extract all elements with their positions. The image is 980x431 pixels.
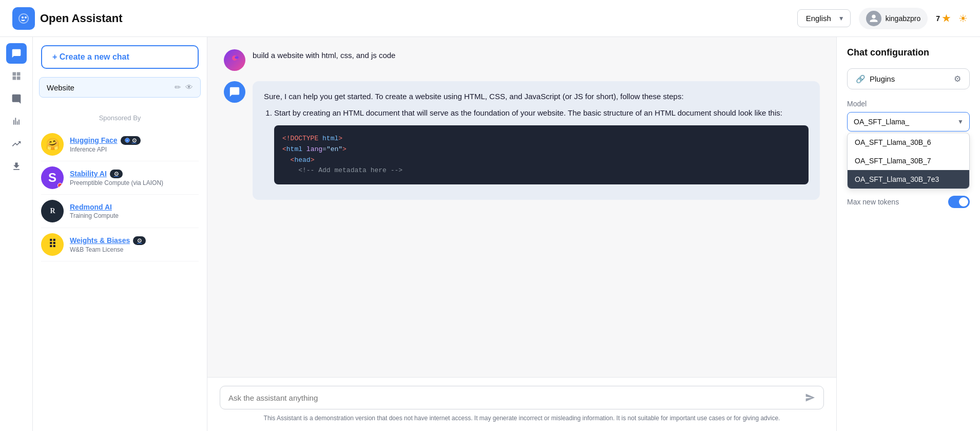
chat-input-area: This Assistant is a demonstration versio… [207,377,836,431]
gear-icon: ⚙ [954,74,961,84]
sponsor-info-wandb: Weights & Biases ⊙ W&B Team License [70,236,199,253]
sidebar-icon-chart[interactable] [6,111,27,132]
model-option-1[interactable]: OA_SFT_Llama_30B_7 [848,152,969,170]
assistant-step-1: Start by creating an HTML document that … [274,107,809,184]
code-line-3: <head> [282,155,800,166]
chat-item-name: Website [47,83,74,92]
model-option-0[interactable]: OA_SFT_Llama_30B_6 [848,133,969,152]
sidebar-content: + Create a new chat Website ✏ 👁 Sponsore… [33,37,207,431]
sidebar-icons [0,37,33,431]
sponsor-stability: S Stability AI ⊙ Preemptible Compute (vi… [41,161,199,195]
language-select[interactable]: English [797,9,851,27]
oss-badge-hf: ⊙ ⊙ [121,136,141,145]
max-tokens-row: Max new tokens [847,196,970,208]
main-layout: + Create a new chat Website ✏ 👁 Sponsore… [0,37,980,431]
max-tokens-label: Max new tokens [847,198,899,206]
chat-item-actions: ✏ 👁 [175,83,193,92]
chat-list-item[interactable]: Website ✏ 👁 [39,77,201,98]
oss-badge-stability: ⊙ [110,170,123,178]
sponsor-redmond: R Redmond AI Training Compute [41,195,199,228]
assistant-message-content: Sure, I can help you get started. To cre… [253,81,820,200]
sponsor-desc-hf: Inference API [70,146,199,153]
paperclip-icon: 🔗 [856,74,866,84]
code-line-2: <html lang="en"> [282,144,800,155]
sidebar-icon-message[interactable] [6,88,27,109]
model-select[interactable]: OA_SFT_Llama_ [847,112,970,132]
code-line-4: <!-- Add metadata here --> [282,165,800,176]
theme-toggle-icon[interactable]: ☀ [958,12,968,25]
assistant-steps: Start by creating an HTML document that … [264,107,809,184]
svg-point-3 [235,57,238,59]
header-right: English ▼ kingabzpro 7 ★ ☀ [797,8,968,29]
sponsor-info-hf: Hugging Face ⊙ ⊙ Inference API [70,136,199,153]
oss-badge-wandb: ⊙ [133,236,146,245]
assistant-message: Sure, I can help you get started. To cre… [224,81,820,200]
config-title: Chat configuration [847,47,970,58]
app-title: Open Assistant [40,12,123,25]
max-tokens-toggle[interactable] [948,196,970,208]
sponsor-name-wandb[interactable]: Weights & Biases ⊙ [70,236,199,245]
sponsor-huggingface: 🤗 Hugging Face ⊙ ⊙ Inference API [41,128,199,161]
sidebar-icon-grid[interactable] [6,66,27,86]
user-message-content: build a website with html, css, and js c… [253,49,820,62]
language-selector[interactable]: English ▼ [797,9,851,27]
chat-input-wrapper [220,386,824,409]
sponsor-avatar-stability: S [41,166,64,189]
sponsor-name-hf[interactable]: Hugging Face ⊙ ⊙ [70,136,199,145]
user-message-avatar [224,49,245,71]
logo-icon [12,7,35,30]
sponsor-avatar-redmond: R [41,200,64,222]
code-block: <!DOCTYPE html> <html lang="en"> <head> … [274,125,809,184]
sponsor-info-redmond: Redmond AI Training Compute [70,203,199,219]
sponsor-avatar-wandb: ⠿ [41,233,64,256]
header: Open Assistant English ▼ kingabzpro 7 ★ … [0,0,980,37]
sponsor-desc-stability: Preemptible Compute (via LAION) [70,179,199,186]
plugins-label: Plugins [870,74,895,83]
assistant-intro: Sure, I can help you get started. To cre… [264,90,809,103]
chat-input[interactable] [228,393,799,402]
star-number: 7 [936,14,940,23]
send-button[interactable] [805,392,815,403]
model-section: Model OA_SFT_Llama_ ▼ OA_SFT_Llama_30B_6… [847,100,970,132]
sponsor-wandb: ⠿ Weights & Biases ⊙ W&B Team License [41,228,199,261]
sidebar-icon-trend[interactable] [6,134,27,154]
sponsor-desc-redmond: Training Compute [70,212,199,219]
user-pill: kingabzpro [859,8,928,29]
star-count: 7 ★ [936,13,950,24]
config-panel: Chat configuration 🔗 Plugins ⚙ Model OA_… [836,37,980,431]
assistant-bubble: Sure, I can help you get started. To cre… [253,81,820,200]
model-dropdown: OA_SFT_Llama_30B_6 OA_SFT_Llama_30B_7 OA… [847,133,970,189]
model-select-wrapper: OA_SFT_Llama_ ▼ OA_SFT_Llama_30B_6 OA_SF… [847,112,970,132]
chat-messages: build a website with html, css, and js c… [207,37,836,377]
sidebar-icon-export[interactable] [6,156,27,177]
chat-area: build a website with html, css, and js c… [207,37,836,431]
sponsored-title: Sponsored By [41,114,199,122]
model-option-2[interactable]: OA_SFT_Llama_30B_7e3 [848,170,969,189]
create-chat-button[interactable]: + Create a new chat [41,45,199,69]
user-message-text: build a website with html, css, and js c… [253,49,820,62]
star-icon: ★ [942,13,950,24]
username: kingabzpro [886,14,921,23]
code-line-1: <!DOCTYPE html> [282,134,800,144]
hide-icon[interactable]: 👁 [185,83,193,92]
avatar [866,11,881,26]
sponsor-desc-wandb: W&B Team License [70,246,199,253]
sidebar-icon-chat[interactable] [6,43,27,64]
edit-icon[interactable]: ✏ [175,83,181,92]
sponsor-info-stability: Stability AI ⊙ Preemptible Compute (via … [70,170,199,186]
plugins-button[interactable]: 🔗 Plugins ⚙ [847,68,970,89]
sponsor-name-redmond[interactable]: Redmond AI [70,203,199,211]
user-message: build a website with html, css, and js c… [224,49,820,71]
sponsor-name-stability[interactable]: Stability AI ⊙ [70,170,199,178]
header-logo: Open Assistant [12,7,789,30]
model-label: Model [847,100,970,108]
assistant-message-avatar [224,81,245,103]
sponsor-avatar-hf: 🤗 [41,133,64,156]
max-tokens-toggle-knob [959,197,968,207]
disclaimer-text: This Assistant is a demonstration versio… [220,414,824,423]
sponsored-section: Sponsored By 🤗 Hugging Face ⊙ ⊙ Inferenc… [33,106,207,270]
